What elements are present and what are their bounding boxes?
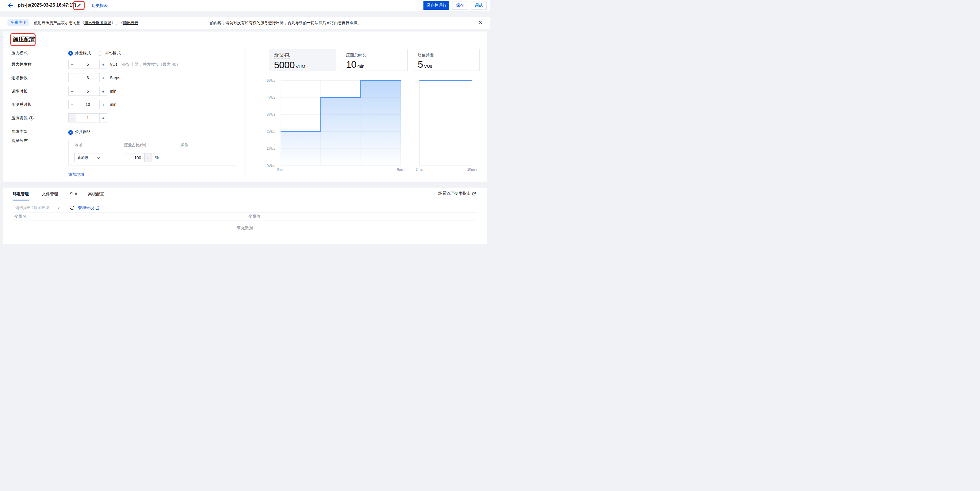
- debug-button[interactable]: 调试: [471, 1, 487, 10]
- total-duration-card-value: 10: [346, 59, 356, 70]
- add-region-link[interactable]: 添加地域: [68, 172, 84, 177]
- resources-label-text: 压测资源: [11, 116, 27, 121]
- percent-value[interactable]: 100: [131, 153, 144, 162]
- region-select-value: 新加坡: [77, 155, 88, 160]
- total-duration-card: 压测总时长 10min: [341, 49, 408, 71]
- disclaimer-badge: 免责声明: [8, 19, 29, 26]
- history-report-link[interactable]: 历史报表: [92, 3, 108, 9]
- radio-public-network[interactable]: 公共网络: [68, 129, 91, 135]
- environment-select-placeholder: 请选择要关联的环境: [16, 205, 49, 211]
- disclaimer-text-1: 使用云压测产品表示您同意《: [34, 21, 84, 25]
- estimated-consumption-card: 预估消耗 5000VUM: [269, 49, 336, 71]
- pts-scene-config-page: pts-js(2025-03-25 16:47:17) 历史报表 保存并运行 保…: [0, 0, 490, 246]
- traffic-table-header: 地域 流量占比(%) 操作: [68, 140, 237, 150]
- tab-bar: 环境管理 文件管理 SLA 高级配置 场景管理使用指南: [3, 188, 487, 200]
- service-agreement-link[interactable]: 腾讯云服务协议: [84, 21, 111, 25]
- plus-button-disabled: +: [144, 153, 151, 162]
- total-duration-value[interactable]: 10: [76, 100, 99, 109]
- plus-button[interactable]: +: [99, 100, 107, 109]
- peak-concurrency-card: 峰值并发 5VUs: [413, 49, 480, 71]
- network-type-radio-group: 公共网络: [68, 129, 91, 135]
- pressure-config-card: 施压配置 压力模式 并发模式 RPS模式 最大并发数 − 5 + VUs RPS…: [3, 32, 487, 181]
- max-vus-stepper: − 5 +: [68, 60, 107, 69]
- total-duration-card-label: 压测总时长: [346, 53, 366, 58]
- scene-title: pts-js(2025-03-25 16:47:17): [18, 3, 76, 8]
- radio-concurrency-mode[interactable]: 并发模式: [68, 51, 91, 56]
- plus-button[interactable]: +: [99, 73, 107, 82]
- public-network-label: 公共网络: [75, 129, 91, 135]
- percent-stepper: − 100 +: [124, 153, 151, 162]
- save-button[interactable]: 保存: [452, 1, 468, 10]
- region-select[interactable]: 新加坡: [74, 153, 103, 162]
- radio-off-icon: [98, 51, 102, 56]
- steps-unit: Steps: [110, 75, 120, 80]
- minus-button[interactable]: −: [68, 87, 76, 95]
- refresh-icon[interactable]: [69, 205, 75, 211]
- total-duration-unit: min: [110, 102, 116, 107]
- radio-rps-mode[interactable]: RPS模式: [98, 51, 121, 56]
- environment-select[interactable]: 请选择要关联的环境: [13, 203, 63, 212]
- resources-value[interactable]: 1: [76, 114, 99, 122]
- total-duration-label: 压测总时长: [11, 102, 32, 107]
- chevron-down-icon: [57, 207, 60, 210]
- manage-environment-text: 管理环境: [78, 205, 94, 211]
- max-vus-label: 最大并发数: [11, 62, 32, 67]
- total-duration-stepper: − 10 +: [68, 100, 107, 109]
- x-axis-label: 10min: [460, 167, 484, 172]
- total-duration-card-unit: min: [358, 64, 364, 68]
- minus-button[interactable]: −: [124, 153, 131, 162]
- rps-limit-hint: RPS 上限：并发数*8（最大 40）: [121, 62, 180, 67]
- minus-button[interactable]: −: [68, 60, 76, 68]
- manage-environment-link[interactable]: 管理环境: [78, 205, 99, 211]
- peak-concurrency-unit: VUs: [424, 64, 432, 68]
- ramp-duration-label: 递增时长: [11, 89, 27, 94]
- save-and-run-button[interactable]: 保存并运行: [423, 1, 449, 10]
- y-axis-label: 2VUs: [267, 130, 275, 133]
- back-arrow-icon[interactable]: [7, 2, 13, 9]
- info-icon[interactable]: [29, 116, 33, 121]
- tab-environment[interactable]: 环境管理: [13, 188, 29, 200]
- close-icon[interactable]: ✕: [477, 19, 484, 26]
- external-link-icon: [95, 206, 99, 210]
- y-axis-label: 1VUs: [267, 146, 275, 151]
- steps-value[interactable]: 3: [76, 73, 99, 82]
- ramp-duration-unit: min: [110, 89, 116, 94]
- steady-stage-chart: [419, 80, 472, 166]
- environment-row: 请选择要关联的环境 管理环境: [13, 203, 99, 212]
- minus-button[interactable]: −: [68, 100, 76, 109]
- minus-button-disabled: −: [68, 114, 76, 122]
- tab-files[interactable]: 文件管理: [42, 188, 58, 200]
- disclaimer-text: 使用云压测产品表示您同意《腾讯云服务协议》、《腾讯云云压测服务等级协议》的内容，…: [34, 21, 361, 25]
- variable-table-header: 变量名 变量值: [13, 212, 477, 221]
- col-region: 地域: [68, 143, 124, 148]
- plus-button[interactable]: +: [99, 114, 107, 122]
- estimated-consumption-value: 5000: [274, 59, 294, 70]
- col-percent: 流量占比(%): [124, 143, 180, 148]
- ramp-duration-value[interactable]: 6: [76, 87, 99, 95]
- col-variable-name: 变量名: [13, 214, 248, 219]
- redacted-area: [138, 17, 171, 29]
- max-vus-unit: VUs: [110, 62, 117, 67]
- steps-stepper: − 3 +: [68, 73, 107, 82]
- x-axis-label: 0min: [269, 167, 292, 172]
- empty-state: 暂无数据: [13, 221, 477, 235]
- section-title: 施压配置: [13, 36, 36, 43]
- y-axis-label: 5VUs: [267, 79, 275, 83]
- tab-sla[interactable]: SLA: [70, 188, 77, 200]
- minus-button[interactable]: −: [68, 73, 76, 82]
- top-bar: pts-js(2025-03-25 16:47:17) 历史报表 保存并运行 保…: [0, 0, 490, 11]
- y-axis-label: 3VUs: [267, 113, 275, 116]
- plus-button[interactable]: +: [99, 87, 107, 95]
- radio-on-icon: [68, 51, 73, 56]
- edit-pencil-icon[interactable]: [75, 2, 83, 9]
- plus-button[interactable]: +: [99, 60, 107, 68]
- disclaimer-separator: 》、《: [111, 21, 123, 25]
- max-vus-value[interactable]: 5: [76, 60, 99, 68]
- col-variable-value: 变量值: [248, 214, 477, 219]
- variable-table: 变量名 变量值 暂无数据: [13, 212, 477, 235]
- tab-advanced[interactable]: 高级配置: [88, 188, 104, 200]
- col-action: 操作: [180, 143, 237, 148]
- ramp-stage-chart: [281, 80, 401, 166]
- disclaimer-text-3: 的内容，请勿对没有所有权的服务进行压测，否则导致的一切法律后果将由您自行承担。: [210, 21, 361, 25]
- scene-guide-link[interactable]: 场景管理使用指南: [438, 191, 476, 196]
